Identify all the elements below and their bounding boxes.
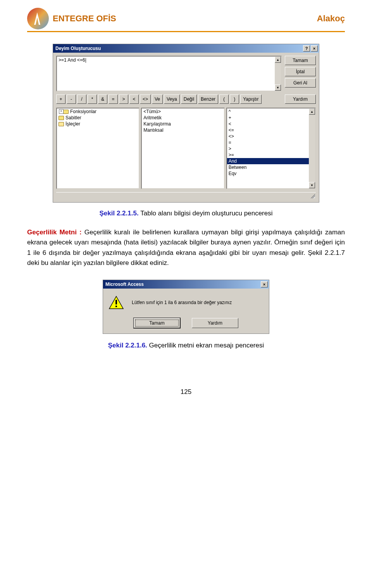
undo-button[interactable]: Geri Al <box>285 78 316 88</box>
operator-button[interactable]: Ve <box>152 95 163 104</box>
operator-list[interactable]: ^+<<=<>=>>=AndBetweenEqv ▲ ▼ <box>226 108 316 189</box>
operator-list-item[interactable]: >= <box>227 152 309 158</box>
operator-button[interactable]: & <box>98 95 107 104</box>
figure-text: Tablo alanı bilgisi deyim oluşturucu pen… <box>140 210 272 217</box>
subcategory-list-item[interactable]: Aritmetik <box>142 115 224 121</box>
figure-number: Şekil 2.2.1.5. <box>99 210 138 217</box>
msgbox-titlebar[interactable]: Microsoft Access × <box>103 280 269 289</box>
operator-list-item[interactable]: <= <box>227 127 309 133</box>
cancel-button[interactable]: İptal <box>285 67 316 76</box>
scroll-down-icon[interactable]: ▼ <box>275 84 281 91</box>
msgbox-close-button[interactable]: × <box>261 281 268 287</box>
operator-button[interactable]: = <box>108 95 118 104</box>
list-scrollbar[interactable]: ▲ ▼ <box>309 108 315 188</box>
msgbox-message: Lütfen sınıf için 1 ila 6 arasında bir d… <box>132 300 232 305</box>
operator-button[interactable]: Benzer <box>198 95 218 104</box>
message-box-dialog: Microsoft Access × Lütfen sınıf için 1 i… <box>103 280 269 334</box>
figure-text: Geçerlilik metni ekran mesajı penceresi <box>149 342 264 349</box>
operator-button[interactable]: ) <box>230 95 239 104</box>
textarea-scrollbar[interactable]: ▲ ▼ <box>275 57 281 91</box>
operator-button[interactable]: <> <box>140 95 151 104</box>
operator-button[interactable]: - <box>67 95 76 104</box>
close-titlebar-button[interactable]: × <box>311 45 318 52</box>
svg-rect-2 <box>115 306 117 307</box>
warning-icon <box>108 296 124 309</box>
subcategory-list-item[interactable]: Mantıksal <box>142 127 224 133</box>
operator-button[interactable]: ( <box>219 95 229 104</box>
operator-list-item[interactable]: Between <box>227 164 309 170</box>
operator-button[interactable]: Veya <box>164 95 180 104</box>
operator-list-item[interactable]: + <box>227 115 309 121</box>
help-button[interactable]: Yardım <box>285 95 316 104</box>
msgbox-title: Microsoft Access <box>105 282 260 287</box>
folder-icon <box>59 122 64 126</box>
page-header: ENTEGRE OFİS Alakoç <box>27 8 345 29</box>
figure-number: Şekil 2.2.1.6. <box>108 342 147 349</box>
subcategory-list-item[interactable]: <Tümü> <box>142 108 224 115</box>
operator-list-item[interactable]: Eqv <box>227 170 309 177</box>
header-left: ENTEGRE OFİS <box>27 8 116 29</box>
operator-button[interactable]: Değil <box>181 95 197 104</box>
dialog-title: Deyim Oluşturucusu <box>55 46 302 51</box>
dialog-titlebar[interactable]: Deyim Oluşturucusu ? × <box>53 44 319 53</box>
resize-grip-icon[interactable] <box>310 193 315 198</box>
scroll-up-icon[interactable]: ▲ <box>309 108 315 115</box>
operator-button[interactable]: Yapıştır <box>240 95 261 104</box>
figure-caption-1: Şekil 2.2.1.5. Tablo alanı bilgisi deyim… <box>27 210 345 217</box>
operator-list-item[interactable]: < <box>227 121 309 127</box>
ok-button[interactable]: Tamam <box>285 56 316 65</box>
operator-list-item[interactable]: <> <box>227 133 309 139</box>
operator-list-item[interactable]: ^ <box>227 108 309 115</box>
folder-icon <box>59 116 64 120</box>
logo-icon <box>27 8 49 29</box>
dialog-statusbar <box>56 192 316 199</box>
operator-button[interactable]: < <box>129 95 139 104</box>
figure-caption-2: Şekil 2.2.1.6. Geçerlilik metni ekran me… <box>27 342 345 349</box>
operator-button[interactable]: > <box>119 95 128 104</box>
expression-builder-dialog: Deyim Oluşturucusu ? × >=1 And <=6| ▲ ▼ … <box>53 44 319 203</box>
body-paragraph: Geçerlilik Metni : Geçerlilik kuralı ile… <box>27 227 345 268</box>
header-divider <box>27 31 345 32</box>
expression-value: >=1 And <=6| <box>59 57 86 63</box>
operator-button[interactable]: / <box>77 95 86 104</box>
expression-textarea[interactable]: >=1 And <=6| ▲ ▼ <box>56 56 282 91</box>
subcategory-list-item[interactable]: Karşılaştırma <box>142 121 224 127</box>
page-number: 125 <box>27 388 345 396</box>
scroll-down-icon[interactable]: ▼ <box>309 182 315 188</box>
help-titlebar-button[interactable]: ? <box>303 45 310 52</box>
category-list-item[interactable]: Fonksiyonlar <box>57 108 139 115</box>
operator-list-item[interactable]: > <box>227 146 309 152</box>
category-list[interactable]: FonksiyonlarSabitlerİşleçler <box>56 108 140 189</box>
subcategory-list[interactable]: <Tümü>AritmetikKarşılaştırmaMantıksal <box>141 108 224 189</box>
operator-button[interactable]: * <box>88 95 97 104</box>
scroll-up-icon[interactable]: ▲ <box>275 57 281 63</box>
operator-list-item[interactable]: And <box>227 158 309 164</box>
header-title-right: Alakoç <box>317 14 345 24</box>
header-title-left: ENTEGRE OFİS <box>53 14 116 24</box>
folder-icon <box>63 110 69 114</box>
category-list-item[interactable]: İşleçler <box>57 121 139 127</box>
msgbox-help-button[interactable]: Yardım <box>192 318 238 328</box>
msgbox-ok-button[interactable]: Tamam <box>134 318 180 328</box>
para-label: Geçerlilik Metni : <box>27 229 82 236</box>
operator-button[interactable]: + <box>56 95 65 104</box>
category-list-item[interactable]: Sabitler <box>57 115 139 121</box>
svg-rect-1 <box>115 300 117 304</box>
operator-list-item[interactable]: = <box>227 139 309 146</box>
operator-toolbar: +-/*&=><<>VeVeyaDeğilBenzer()Yapıştır <box>56 95 282 104</box>
